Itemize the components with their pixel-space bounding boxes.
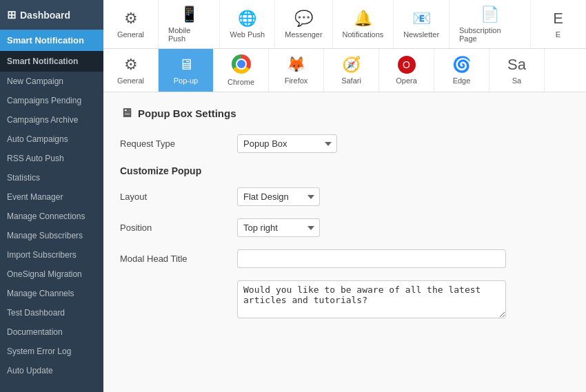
- edge-label: Edge: [453, 76, 471, 85]
- sidebar-item-statistics[interactable]: Statistics: [0, 168, 103, 187]
- tab-row-2: ⚙General🖥Pop-upChrome🦊Firefox🧭SafariOOpe…: [103, 49, 586, 92]
- popup-settings-title: Popup Box Settings: [138, 107, 236, 119]
- sidebar-item-test-dashboard[interactable]: Test Dashboard: [0, 303, 103, 322]
- description-row: [120, 280, 569, 318]
- messenger-label: Messenger: [285, 30, 322, 39]
- tab-opera[interactable]: OOpera: [379, 49, 434, 92]
- sidebar-item-campaigns-archive[interactable]: Campaigns Archive: [0, 110, 103, 130]
- dashboard-label: Dashboard: [20, 10, 70, 21]
- request-type-row: Request Type Popup BoxNative Browser: [120, 134, 569, 153]
- tab-popup[interactable]: 🖥Pop-up: [159, 49, 214, 92]
- notifications-icon: 🔔: [354, 10, 372, 28]
- sidebar-item-manage-channels[interactable]: Manage Channels: [0, 284, 103, 303]
- web-push-icon: 🌐: [238, 10, 256, 28]
- opera-icon: O: [398, 56, 416, 74]
- position-label: Position: [120, 223, 237, 233]
- modal-head-title-label: Modal Head Title: [120, 254, 237, 264]
- position-select[interactable]: Top rightTop leftBottom rightBottom left…: [237, 218, 320, 237]
- notifications-label: Notifications: [342, 30, 383, 39]
- request-type-select[interactable]: Popup BoxNative Browser: [237, 134, 337, 153]
- extra-label: E: [556, 30, 560, 39]
- main-area: ⚙General📱Mobile Push🌐Web Push💬Messenger🔔…: [103, 0, 586, 392]
- tab-safari[interactable]: 🧭Safari: [324, 49, 379, 92]
- popup-settings-icon: 🖥: [120, 106, 132, 121]
- safari-icon: 🧭: [342, 56, 361, 74]
- tab-notifications[interactable]: 🔔Notifications: [333, 0, 394, 48]
- sidebar-item-system-error-log[interactable]: System Error Log: [0, 342, 103, 361]
- firefox-icon: 🦊: [287, 56, 305, 74]
- general-2-icon: ⚙: [124, 56, 138, 74]
- tab-general-1[interactable]: ⚙General: [103, 0, 159, 48]
- tab-subscription-page[interactable]: 📄Subscription Page: [449, 0, 531, 48]
- popup-icon: 🖥: [179, 56, 194, 74]
- sidebar-item-event-manager[interactable]: Event Manager: [0, 187, 103, 207]
- messenger-icon: 💬: [294, 10, 313, 28]
- safari-label: Safari: [341, 76, 361, 85]
- sidebar-item-campaigns-pending[interactable]: Campaigns Pending: [0, 91, 103, 110]
- sidebar-dashboard[interactable]: ⊞ Dashboard: [0, 0, 103, 30]
- sidebar-item-import-subscribers[interactable]: Import Subscribers: [0, 245, 103, 265]
- sidebar-item-rss-auto-push[interactable]: RSS Auto Push: [0, 149, 103, 168]
- tab-mobile-push[interactable]: 📱Mobile Push: [159, 0, 220, 48]
- sidebar-active-section: Smart Notification: [0, 30, 103, 51]
- chrome-label: Chrome: [228, 78, 254, 86]
- general-1-icon: ⚙: [124, 10, 138, 28]
- customize-popup-title: Customize Popup: [120, 165, 569, 176]
- sidebar-item-new-campaign[interactable]: New Campaign: [0, 72, 103, 91]
- newsletter-label: Newsletter: [403, 30, 439, 39]
- sidebar-item-onesignal-migration[interactable]: OneSignal Migration: [0, 265, 103, 284]
- sidebar-item-manage-subscribers[interactable]: Manage Subscribers: [0, 226, 103, 245]
- tab-web-push[interactable]: 🌐Web Push: [220, 0, 275, 48]
- sidebar: ⊞ Dashboard Smart Notification Smart Not…: [0, 0, 103, 392]
- chrome-icon: [232, 54, 251, 74]
- newsletter-icon: 📧: [412, 10, 431, 28]
- layout-label: Layout: [120, 192, 237, 202]
- position-row: Position Top rightTop leftBottom rightBo…: [120, 218, 569, 237]
- tab-edge[interactable]: 🌀Edge: [434, 49, 489, 92]
- request-type-label: Request Type: [120, 138, 237, 149]
- sidebar-item-auto-update[interactable]: Auto Update: [0, 361, 103, 380]
- sidebar-item-documentation[interactable]: Documentation: [0, 322, 103, 342]
- modal-head-title-row: Modal Head Title: [120, 249, 569, 268]
- tab-messenger[interactable]: 💬Messenger: [275, 0, 332, 48]
- subscription-page-icon: 📄: [481, 6, 499, 23]
- opera-label: Opera: [396, 76, 417, 85]
- mobile-push-icon: 📱: [180, 6, 199, 23]
- layout-select[interactable]: Flat DesignClassic: [237, 187, 320, 206]
- extra-icon: E: [553, 10, 563, 28]
- modal-head-title-input[interactable]: [237, 249, 506, 268]
- sidebar-item-auto-campaigns[interactable]: Auto Campaigns: [0, 130, 103, 149]
- dashboard-icon: ⊞: [7, 8, 16, 21]
- general-1-label: General: [117, 30, 144, 39]
- sidebar-section-label: Smart Notification: [0, 51, 103, 72]
- sidebar-item-manage-connections[interactable]: Manage Connections: [0, 207, 103, 226]
- mobile-push-label: Mobile Push: [168, 26, 210, 43]
- web-push-label: Web Push: [230, 30, 265, 39]
- tab-extra[interactable]: EE: [531, 0, 586, 48]
- general-2-label: General: [117, 76, 144, 85]
- sa-icon: Sa: [507, 56, 526, 74]
- subscription-page-label: Subscription Page: [459, 26, 521, 43]
- edge-icon: 🌀: [452, 56, 471, 74]
- sa-label: Sa: [512, 76, 521, 85]
- tab-firefox[interactable]: 🦊Firefox: [269, 49, 324, 92]
- tab-chrome[interactable]: Chrome: [214, 49, 269, 92]
- firefox-label: Firefox: [285, 76, 308, 85]
- popup-label: Pop-up: [174, 76, 198, 85]
- layout-row: Layout Flat DesignClassic: [120, 187, 569, 206]
- tab-row-1: ⚙General📱Mobile Push🌐Web Push💬Messenger🔔…: [103, 0, 586, 49]
- popup-settings-header: 🖥 Popup Box Settings: [120, 106, 569, 121]
- tab-newsletter[interactable]: 📧Newsletter: [394, 0, 449, 48]
- description-textarea[interactable]: [237, 280, 506, 318]
- content-area: 🖥 Popup Box Settings Request Type Popup …: [103, 92, 586, 392]
- tab-general-2[interactable]: ⚙General: [103, 49, 159, 92]
- tab-sa[interactable]: SaSa: [489, 49, 545, 92]
